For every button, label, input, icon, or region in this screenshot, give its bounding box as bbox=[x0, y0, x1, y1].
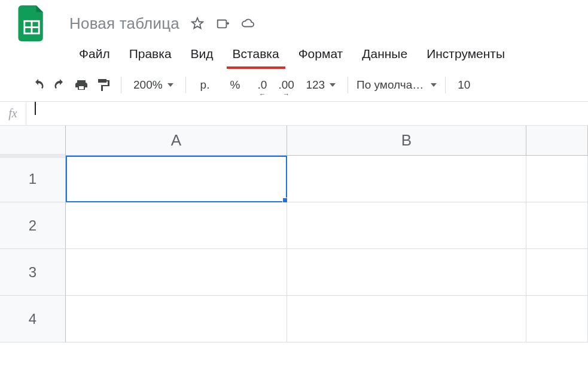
select-all-corner[interactable] bbox=[0, 126, 66, 156]
text-cursor bbox=[35, 102, 36, 115]
menu-file[interactable]: Файл bbox=[69, 40, 120, 68]
chevron-down-icon bbox=[330, 83, 336, 87]
row-header-2[interactable]: 2 bbox=[0, 202, 66, 249]
arrow-right-icon: → bbox=[278, 90, 294, 98]
doc-title[interactable]: Новая таблица bbox=[69, 14, 179, 33]
more-formats[interactable]: 123 bbox=[302, 78, 339, 92]
col-header-b[interactable]: B bbox=[287, 126, 526, 156]
font-size[interactable]: 10 bbox=[454, 78, 474, 92]
cell-a3[interactable] bbox=[66, 249, 287, 296]
cell-b2[interactable] bbox=[287, 202, 526, 249]
cell-a4[interactable] bbox=[66, 296, 287, 342]
sheets-logo[interactable] bbox=[17, 5, 47, 41]
zoom-dropdown[interactable]: 200% bbox=[130, 78, 177, 92]
cell-c3-partial[interactable] bbox=[526, 249, 588, 296]
cell-c1-partial[interactable] bbox=[526, 156, 588, 202]
spreadsheet-grid: A B 1 2 3 4 bbox=[0, 126, 588, 342]
separator bbox=[185, 77, 186, 93]
row-header-4[interactable]: 4 bbox=[0, 296, 66, 342]
move-icon[interactable] bbox=[215, 16, 230, 31]
undo-icon[interactable] bbox=[29, 75, 48, 95]
chevron-down-icon bbox=[167, 83, 173, 87]
arrow-left-icon: ← bbox=[254, 90, 270, 98]
col-header-c-partial[interactable] bbox=[526, 126, 588, 156]
cloud-icon[interactable] bbox=[240, 16, 255, 31]
menu-insert[interactable]: Вставка bbox=[223, 40, 289, 68]
zoom-value: 200% bbox=[133, 78, 163, 92]
cell-a1[interactable] bbox=[66, 156, 287, 202]
svg-marker-3 bbox=[192, 18, 203, 28]
star-icon[interactable] bbox=[190, 16, 205, 31]
fx-label: fx bbox=[0, 102, 26, 125]
format-currency[interactable]: р. bbox=[194, 78, 216, 92]
format-percent[interactable]: % bbox=[224, 78, 246, 92]
toolbar: 200% р. % .0 ← .00 → 123 По умолча… 10 bbox=[0, 68, 588, 102]
cell-c4-partial[interactable] bbox=[526, 296, 588, 342]
formula-bar: fx bbox=[0, 102, 588, 126]
redo-icon[interactable] bbox=[50, 75, 69, 95]
row-header-1[interactable]: 1 bbox=[0, 156, 66, 202]
separator bbox=[121, 77, 121, 93]
cell-b3[interactable] bbox=[287, 249, 526, 296]
menu-tools[interactable]: Инструменты bbox=[417, 40, 514, 68]
font-family-dropdown[interactable]: По умолча… bbox=[357, 78, 437, 92]
formula-input[interactable] bbox=[26, 102, 588, 125]
menu-format[interactable]: Формат bbox=[289, 40, 353, 68]
separator bbox=[445, 77, 446, 93]
cell-a2[interactable] bbox=[66, 202, 287, 249]
menu-data[interactable]: Данные bbox=[352, 40, 417, 68]
cell-c2-partial[interactable] bbox=[526, 202, 588, 249]
chevron-down-icon bbox=[431, 83, 437, 87]
cell-b1[interactable] bbox=[287, 156, 526, 202]
menu-view[interactable]: Вид bbox=[181, 40, 223, 68]
row-header-3[interactable]: 3 bbox=[0, 249, 66, 296]
decrease-decimal[interactable]: .0 ← bbox=[254, 78, 270, 92]
menu-edit[interactable]: Правка bbox=[120, 40, 181, 68]
increase-decimal[interactable]: .00 → bbox=[278, 78, 294, 92]
cell-b4[interactable] bbox=[287, 296, 526, 342]
menu-bar: Файл Правка Вид Вставка Формат Данные Ин… bbox=[0, 40, 588, 68]
paint-format-icon[interactable] bbox=[93, 75, 112, 95]
col-header-a[interactable]: A bbox=[66, 126, 287, 156]
print-icon[interactable] bbox=[72, 75, 91, 95]
separator bbox=[348, 77, 348, 93]
